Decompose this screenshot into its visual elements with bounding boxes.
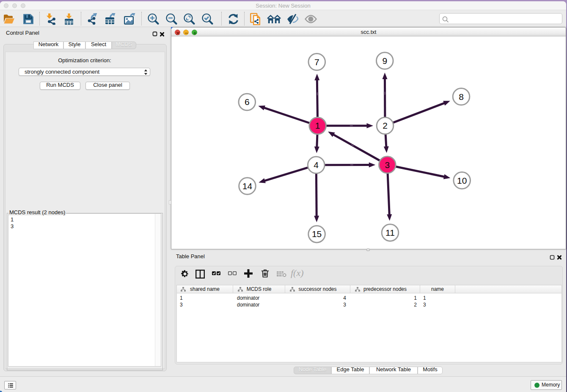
svg-text:6: 6 [245, 97, 250, 107]
svg-text:11: 11 [385, 228, 395, 237]
svg-text:10: 10 [457, 176, 467, 185]
svg-text:2: 2 [383, 121, 388, 130]
svg-text:8: 8 [459, 92, 464, 102]
svg-text:15: 15 [312, 229, 322, 239]
svg-text:9: 9 [382, 56, 387, 66]
svg-text:14: 14 [242, 181, 253, 191]
svg-text:1: 1 [315, 121, 320, 130]
svg-text:3: 3 [385, 160, 390, 170]
svg-text:7: 7 [314, 57, 319, 67]
svg-text:4: 4 [314, 160, 319, 170]
